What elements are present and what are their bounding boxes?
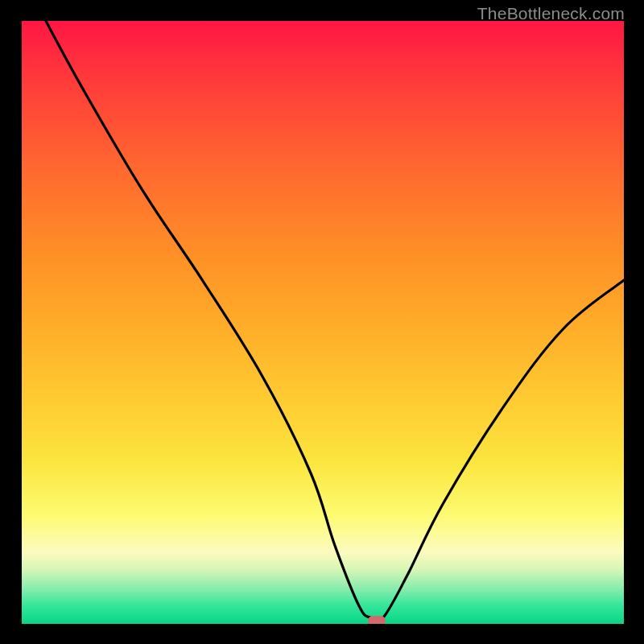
watermark-text: TheBottleneck.com (477, 4, 625, 23)
bottleneck-chart: TheBottleneck.com (0, 0, 644, 644)
plot-area (22, 21, 624, 624)
optimal-marker (368, 616, 386, 625)
bottleneck-curve (22, 21, 624, 624)
